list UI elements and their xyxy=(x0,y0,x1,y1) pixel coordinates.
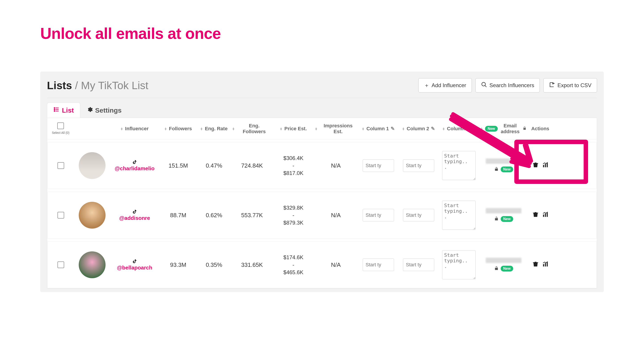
col3-cell xyxy=(439,198,479,232)
select-all-checkbox[interactable] xyxy=(57,122,64,129)
col1-input[interactable] xyxy=(363,209,394,221)
th-price[interactable]: ▲▼Price Est. xyxy=(273,124,313,134)
influencer-handle[interactable]: @addisonre xyxy=(119,209,150,221)
influencer-handle[interactable]: @bellapoarch xyxy=(117,259,152,271)
col2-input[interactable] xyxy=(403,209,434,221)
handle-text: @addisonre xyxy=(119,215,150,221)
gear-icon xyxy=(86,106,93,114)
avatar[interactable] xyxy=(79,251,106,278)
col1-cell xyxy=(358,157,398,174)
tab-settings-label: Settings xyxy=(95,107,122,114)
pencil-icon[interactable]: ✎ xyxy=(391,126,395,132)
export-csv-button[interactable]: Export to CSV xyxy=(544,78,597,92)
col2-input[interactable] xyxy=(403,259,434,271)
stats-icon[interactable] xyxy=(542,211,548,219)
influencer-handle[interactable]: @charlidamelio xyxy=(115,160,154,172)
col3-textarea[interactable] xyxy=(442,201,476,230)
app-panel: Lists / My TikTok List ＋ Add Influencer … xyxy=(40,71,604,292)
price-low: $329.8K xyxy=(283,204,303,212)
pencil-icon[interactable]: ✎ xyxy=(431,126,435,132)
avatar[interactable] xyxy=(79,202,106,229)
avatar[interactable] xyxy=(79,152,106,179)
th-select-all[interactable]: Select All (0) xyxy=(47,120,74,137)
price-dash: - xyxy=(292,261,294,269)
hero-title: Unlock all emails at once xyxy=(0,0,644,42)
avatar-cell xyxy=(74,249,110,281)
unlock-icon[interactable] xyxy=(494,216,499,223)
trash-icon[interactable] xyxy=(532,211,539,219)
avatar-cell xyxy=(74,150,110,181)
header-actions: ＋ Add Influencer Search Influencers Expo… xyxy=(418,78,597,92)
sort-icon: ▲▼ xyxy=(120,127,124,130)
tiktok-icon xyxy=(132,209,137,214)
th-column-1[interactable]: ▲▼Column 1 ✎ xyxy=(358,124,398,134)
add-influencer-label: Add Influencer xyxy=(432,82,466,88)
list-icon xyxy=(54,106,60,114)
stats-icon[interactable] xyxy=(542,261,548,269)
price-low: $174.6K xyxy=(283,254,303,261)
col2-cell xyxy=(398,157,439,174)
sort-icon: ▲▼ xyxy=(314,127,318,130)
col3-textarea[interactable] xyxy=(442,250,476,279)
svg-rect-12 xyxy=(545,213,546,217)
price-high: $817.0K xyxy=(283,169,303,177)
email-blurred xyxy=(486,258,522,263)
sort-icon: ▲▼ xyxy=(280,127,283,130)
svg-rect-13 xyxy=(547,212,548,217)
svg-rect-15 xyxy=(545,263,546,266)
th-influencer[interactable]: ▲▼Influencer xyxy=(110,124,159,134)
sort-icon: ▲▼ xyxy=(362,127,365,130)
actions-cell xyxy=(528,259,553,271)
breadcrumb-current: My TikTok List xyxy=(81,79,148,91)
followers-cell: 93.3M xyxy=(159,259,197,271)
svg-point-0 xyxy=(482,82,485,86)
trash-icon[interactable] xyxy=(532,261,539,269)
impressions-cell: N/A xyxy=(314,160,358,171)
search-influencers-button[interactable]: Search Influencers xyxy=(476,78,540,92)
tab-list[interactable]: List xyxy=(47,103,80,118)
sort-icon: ▲▼ xyxy=(442,127,445,130)
th-eng-followers-label: Eng. Followers xyxy=(237,123,272,134)
eng-followers-cell: 553.77K xyxy=(231,210,273,221)
price-cell: $174.6K - $465.6K xyxy=(273,251,314,278)
th-price-label: Price Est. xyxy=(284,126,307,132)
unlock-icon[interactable] xyxy=(494,265,499,272)
add-influencer-button[interactable]: ＋ Add Influencer xyxy=(418,78,472,92)
sort-icon: ▲▼ xyxy=(402,127,405,130)
email-blurred xyxy=(486,208,522,213)
plus-icon: ＋ xyxy=(424,82,429,89)
email-cell: New xyxy=(479,255,528,274)
col1-input[interactable] xyxy=(363,259,394,271)
row-checkbox[interactable] xyxy=(58,212,64,219)
th-eng-rate[interactable]: ▲▼Eng. Rate xyxy=(197,124,230,134)
sort-icon: ▲▼ xyxy=(232,127,235,130)
search-icon xyxy=(481,81,487,89)
breadcrumb-root[interactable]: Lists xyxy=(47,79,72,91)
row-checkbox[interactable] xyxy=(58,261,64,268)
tab-settings[interactable]: Settings xyxy=(80,103,128,118)
export-csv-label: Export to CSV xyxy=(558,82,592,88)
th-column-2[interactable]: ▲▼Column 2 ✎ xyxy=(398,124,438,134)
eng-rate-cell: 0.62% xyxy=(197,210,231,221)
influencer-cell: @addisonre xyxy=(110,207,159,223)
th-avatar xyxy=(74,126,110,131)
tab-list-label: List xyxy=(62,107,74,114)
th-impressions[interactable]: ▲▼Impressions Est. xyxy=(313,121,358,137)
th-followers[interactable]: ▲▼Followers xyxy=(159,124,197,134)
col1-input[interactable] xyxy=(363,159,394,172)
svg-point-7 xyxy=(54,111,55,111)
th-col1-label: Column 1 xyxy=(366,126,389,132)
price-cell: $329.8K - $879.3K xyxy=(273,202,314,229)
impressions-cell: N/A xyxy=(314,210,358,221)
col2-input[interactable] xyxy=(403,159,434,172)
impressions-cell: N/A xyxy=(314,259,358,271)
new-badge: New xyxy=(501,266,514,272)
col2-cell xyxy=(398,207,439,224)
row-checkbox-cell xyxy=(48,160,74,171)
price-low: $306.4K xyxy=(283,154,303,162)
row-checkbox[interactable] xyxy=(58,162,64,169)
th-eng-followers[interactable]: ▲▼Eng. Followers xyxy=(230,121,273,137)
highlight-box xyxy=(514,140,588,184)
avatar-cell xyxy=(74,200,110,231)
eng-rate-cell: 0.47% xyxy=(197,160,231,171)
